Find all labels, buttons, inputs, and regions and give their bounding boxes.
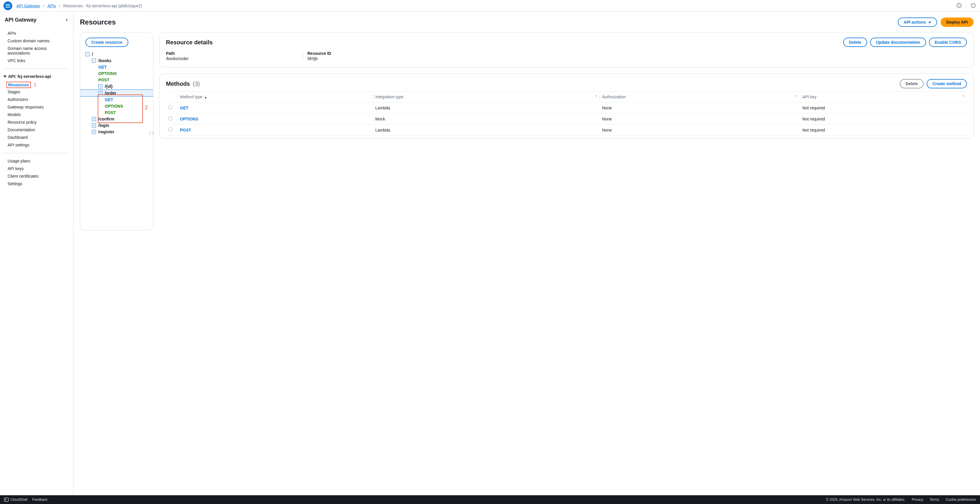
tree-node-register[interactable]: /register: [80, 129, 153, 135]
tree-node-books[interactable]: /books: [80, 57, 153, 64]
tree-label: /confirm: [98, 117, 115, 121]
tree-node-confirm[interactable]: /confirm: [80, 116, 153, 122]
sidebar-item-resource-policy[interactable]: Resource policy: [3, 118, 68, 126]
tree-label: /login: [98, 123, 109, 128]
col-method-type[interactable]: Method type: [178, 92, 373, 102]
cloudshell-button[interactable]: CloudShell: [4, 498, 27, 502]
sidebar: API Gateway APIs Custom domain names Dom…: [0, 12, 73, 495]
deploy-api-button[interactable]: Deploy API: [940, 17, 974, 27]
sidebar-item-resources[interactable]: Resources: [8, 83, 29, 87]
method-link-options[interactable]: OPTIONS: [180, 117, 198, 121]
tree-method-order-post[interactable]: POST: [80, 110, 153, 116]
method-get-label: GET: [98, 65, 107, 69]
create-method-button[interactable]: Create method: [927, 79, 967, 88]
sidebar-item-models[interactable]: Models: [3, 111, 68, 118]
sidebar-item-settings[interactable]: Settings: [3, 180, 68, 188]
table-row: OPTIONS Mock None Not required: [166, 113, 967, 124]
breadcrumb-root[interactable]: API Gateway: [16, 3, 40, 8]
col-api-key[interactable]: API key: [800, 92, 967, 102]
row-radio[interactable]: [168, 105, 172, 110]
table-row: GET Lambda None Not required: [166, 102, 967, 113]
page-title: Resources: [80, 18, 116, 26]
copyright: © 2025, Amazon Web Services, Inc. or its…: [826, 498, 905, 502]
collapse-icon[interactable]: [92, 59, 96, 63]
cell-apikey: Not required: [800, 113, 967, 124]
method-link-get[interactable]: GET: [180, 106, 188, 110]
sidebar-item-domain-access[interactable]: Domain name access associations: [3, 45, 68, 57]
tree-method-post[interactable]: POST: [80, 77, 153, 83]
cookie-prefs-link[interactable]: Cookie preferences: [946, 498, 976, 502]
drag-handle-icon[interactable]: ⋮⋮: [148, 131, 154, 135]
privacy-link[interactable]: Privacy: [912, 498, 923, 502]
sidebar-item-authorizers[interactable]: Authorizers: [3, 96, 68, 103]
method-options-label: OPTIONS: [98, 71, 117, 76]
separator: [966, 3, 967, 9]
breadcrumb-current: Resources - fcj-serverless-api (pb8clzqu…: [63, 3, 142, 8]
method-get-label: GET: [105, 97, 113, 102]
tree-label: /register: [98, 129, 115, 134]
row-radio[interactable]: [168, 127, 172, 132]
collapse-icon[interactable]: [86, 52, 89, 56]
method-post-label: POST: [98, 78, 110, 82]
col-integration-type[interactable]: Integration type: [373, 92, 600, 102]
tree-node-login[interactable]: /login: [80, 122, 153, 129]
enable-cors-button[interactable]: Enable CORS: [929, 38, 967, 47]
collapse-sidebar-icon[interactable]: [65, 18, 68, 22]
sidebar-item-dashboard[interactable]: Dashboard: [3, 134, 68, 141]
methods-panel: Methods (3) Delete Create method Met: [159, 73, 974, 139]
sidebar-item-documentation[interactable]: Documentation: [3, 126, 68, 134]
sidebar-item-api-keys[interactable]: API keys: [3, 165, 68, 172]
sidebar-item-client-certs[interactable]: Client certificates: [3, 172, 68, 180]
sidebar-item-gateway-responses[interactable]: Gateway responses: [3, 103, 68, 111]
col-authorization[interactable]: Authorization: [600, 92, 800, 102]
tree-method-order-get[interactable]: GET: [80, 97, 153, 103]
expand-icon[interactable]: [98, 84, 102, 88]
row-radio[interactable]: [168, 116, 172, 121]
api-actions-dropdown[interactable]: API actions: [898, 17, 937, 27]
chevron-right-icon: ›: [59, 3, 60, 8]
terms-link[interactable]: Terms: [929, 498, 939, 502]
tree-method-options[interactable]: OPTIONS: [80, 70, 153, 77]
collapse-icon[interactable]: [98, 91, 102, 95]
expand-icon[interactable]: [92, 130, 96, 134]
methods-table: Method type Integration type Authorizati…: [166, 91, 967, 136]
terminal-icon: [4, 498, 9, 502]
methods-title: Methods: [166, 81, 190, 87]
path-label: Path: [166, 51, 286, 56]
sidebar-item-api-settings[interactable]: API settings: [3, 141, 68, 149]
sidebar-item-vpc-links[interactable]: VPC links: [3, 57, 68, 64]
methods-count: (3): [193, 81, 200, 87]
sidebar-api-toggle[interactable]: API: fcj-serverless-api: [3, 73, 68, 82]
resource-tree-panel: Create resource / /books GET: [80, 32, 153, 231]
resource-details-panel: Resource details Delete Update documenta…: [159, 32, 974, 68]
create-resource-button[interactable]: Create resource: [86, 38, 128, 47]
topbar: API Gateway › APIs › Resources - fcj-ser…: [0, 0, 980, 12]
breadcrumb-apis[interactable]: APIs: [47, 3, 56, 8]
breadcrumb: API Gateway › APIs › Resources - fcj-ser…: [16, 3, 142, 8]
expand-icon[interactable]: [92, 123, 96, 127]
hamburger-menu-icon[interactable]: [3, 2, 12, 10]
resource-id-label: Resource ID: [307, 51, 331, 56]
tree-node-order[interactable]: /order: [80, 89, 153, 97]
method-options-label: OPTIONS: [105, 104, 123, 108]
sidebar-item-usage-plans[interactable]: Usage plans: [3, 157, 68, 165]
delete-method-button[interactable]: Delete: [900, 79, 924, 88]
tree-node-root[interactable]: /: [80, 51, 153, 57]
sidebar-item-apis[interactable]: APIs: [3, 29, 68, 37]
footer: CloudShell Feedback © 2025, Amazon Web S…: [0, 495, 980, 504]
cell-apikey: Not required: [800, 124, 967, 136]
refresh-icon[interactable]: [970, 3, 977, 9]
tree-node-id[interactable]: /{id}: [80, 83, 153, 89]
caret-down-icon: [3, 75, 6, 78]
update-doc-button[interactable]: Update documentation: [870, 38, 926, 47]
delete-resource-button[interactable]: Delete: [843, 38, 867, 47]
tree-method-order-options[interactable]: OPTIONS: [80, 103, 153, 110]
expand-icon[interactable]: [92, 117, 96, 121]
tree-label: /order: [105, 91, 116, 95]
info-icon[interactable]: [956, 3, 962, 9]
sidebar-item-custom-domains[interactable]: Custom domain names: [3, 37, 68, 45]
sidebar-item-stages[interactable]: Stages: [3, 88, 68, 96]
method-link-post[interactable]: POST: [180, 128, 191, 132]
feedback-link[interactable]: Feedback: [32, 498, 48, 502]
tree-method-get[interactable]: GET: [80, 64, 153, 70]
